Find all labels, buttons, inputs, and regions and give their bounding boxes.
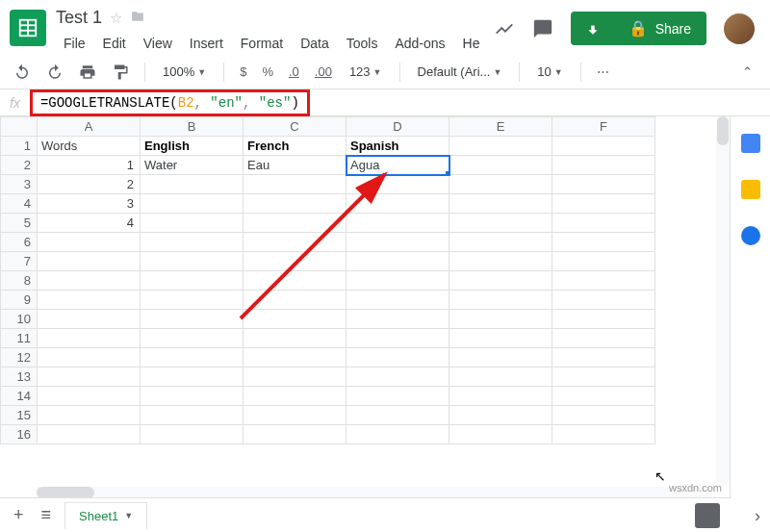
cell[interactable] bbox=[552, 194, 655, 214]
cell[interactable] bbox=[141, 252, 244, 271]
cell[interactable] bbox=[346, 194, 449, 214]
cell[interactable] bbox=[244, 194, 346, 214]
cell[interactable] bbox=[552, 406, 655, 425]
sheet-tab[interactable]: Sheet1▼ bbox=[64, 502, 147, 529]
cell[interactable] bbox=[346, 425, 449, 444]
cell[interactable] bbox=[38, 425, 141, 444]
cell[interactable] bbox=[552, 137, 655, 156]
col-header[interactable]: D bbox=[346, 117, 449, 137]
menu-file[interactable]: File bbox=[56, 32, 93, 55]
cell[interactable]: 3 bbox=[38, 194, 141, 214]
menu-help[interactable]: He bbox=[455, 32, 488, 55]
cell[interactable] bbox=[38, 406, 141, 425]
comments-icon[interactable] bbox=[532, 18, 553, 39]
cell[interactable] bbox=[38, 310, 141, 329]
menu-data[interactable]: Data bbox=[293, 32, 337, 55]
cell[interactable] bbox=[449, 137, 552, 156]
cell[interactable] bbox=[346, 291, 449, 310]
cell[interactable] bbox=[141, 291, 244, 310]
select-all-cell[interactable] bbox=[1, 117, 38, 137]
cell[interactable] bbox=[346, 175, 449, 194]
cell[interactable] bbox=[244, 425, 346, 444]
cell[interactable] bbox=[552, 271, 655, 291]
cell[interactable] bbox=[244, 252, 346, 271]
cell[interactable]: French bbox=[244, 137, 346, 156]
cell[interactable] bbox=[38, 348, 141, 367]
menu-addons[interactable]: Add-ons bbox=[387, 32, 452, 55]
more-tools-icon[interactable]: ⋯ bbox=[593, 61, 613, 83]
cell[interactable] bbox=[141, 329, 244, 348]
cell[interactable] bbox=[346, 252, 449, 271]
cell[interactable]: English bbox=[141, 137, 244, 156]
undo-icon[interactable] bbox=[10, 60, 35, 85]
cell[interactable]: Water bbox=[141, 156, 244, 175]
cell[interactable] bbox=[244, 329, 346, 348]
cell[interactable] bbox=[346, 214, 449, 233]
cell[interactable] bbox=[38, 252, 141, 271]
cell[interactable] bbox=[449, 425, 552, 444]
row-header[interactable]: 9 bbox=[1, 291, 38, 310]
col-header[interactable]: A bbox=[38, 117, 141, 137]
cell[interactable] bbox=[552, 233, 655, 252]
row-header[interactable]: 4 bbox=[1, 194, 38, 214]
calendar-icon[interactable] bbox=[741, 134, 760, 153]
row-header[interactable]: 6 bbox=[1, 233, 38, 252]
explore-button[interactable] bbox=[695, 503, 720, 528]
menu-insert[interactable]: Insert bbox=[182, 32, 231, 55]
cell[interactable] bbox=[449, 310, 552, 329]
cell[interactable] bbox=[552, 310, 655, 329]
cell[interactable] bbox=[552, 252, 655, 271]
formula-input[interactable]: =GOOGLETRANSLATE(B2, "en", "es") bbox=[30, 89, 310, 116]
increase-decimal-icon[interactable]: .00 bbox=[311, 61, 336, 83]
cell[interactable]: Words bbox=[38, 137, 141, 156]
redo-icon[interactable] bbox=[42, 60, 67, 85]
row-header[interactable]: 15 bbox=[1, 406, 38, 425]
cell[interactable] bbox=[244, 367, 346, 387]
cell[interactable] bbox=[449, 367, 552, 387]
cell[interactable] bbox=[552, 387, 655, 406]
vertical-scrollbar[interactable] bbox=[716, 116, 730, 487]
star-icon[interactable]: ☆ bbox=[110, 10, 122, 27]
cell[interactable]: 2 bbox=[38, 175, 141, 194]
cell[interactable]: Spanish bbox=[346, 137, 449, 156]
cell[interactable] bbox=[346, 271, 449, 291]
cell[interactable] bbox=[141, 348, 244, 367]
cell[interactable] bbox=[552, 156, 655, 175]
all-sheets-button[interactable]: ≡ bbox=[38, 501, 56, 529]
collapse-toolbar-icon[interactable]: ⌃ bbox=[734, 61, 760, 83]
cell[interactable] bbox=[38, 271, 141, 291]
row-header[interactable]: 3 bbox=[1, 175, 38, 194]
cell-selected[interactable]: Agua bbox=[346, 156, 449, 175]
cell[interactable]: Eau bbox=[244, 156, 346, 175]
col-header[interactable]: B bbox=[141, 117, 244, 137]
cell[interactable]: 1 bbox=[38, 156, 141, 175]
cell[interactable] bbox=[449, 387, 552, 406]
paint-format-icon[interactable] bbox=[108, 60, 133, 85]
cell[interactable] bbox=[38, 387, 141, 406]
cell[interactable] bbox=[346, 348, 449, 367]
cell[interactable] bbox=[244, 175, 346, 194]
col-header[interactable]: E bbox=[449, 117, 552, 137]
cell[interactable] bbox=[38, 291, 141, 310]
row-header[interactable]: 12 bbox=[1, 348, 38, 367]
spreadsheet-grid[interactable]: A B C D E F 1WordsEnglishFrenchSpanish 2… bbox=[0, 116, 730, 498]
account-avatar[interactable] bbox=[724, 13, 755, 44]
cell[interactable] bbox=[346, 367, 449, 387]
row-header[interactable]: 13 bbox=[1, 367, 38, 387]
cell[interactable] bbox=[141, 271, 244, 291]
cell[interactable] bbox=[552, 329, 655, 348]
row-header[interactable]: 5 bbox=[1, 214, 38, 233]
cell[interactable] bbox=[449, 175, 552, 194]
cell[interactable] bbox=[552, 214, 655, 233]
cell[interactable] bbox=[244, 387, 346, 406]
row-header[interactable]: 8 bbox=[1, 271, 38, 291]
zoom-dropdown[interactable]: 100%▼ bbox=[157, 61, 212, 83]
currency-icon[interactable]: $ bbox=[236, 61, 250, 83]
cell[interactable] bbox=[449, 214, 552, 233]
cell[interactable] bbox=[552, 425, 655, 444]
row-header[interactable]: 16 bbox=[1, 425, 38, 444]
cell[interactable] bbox=[346, 406, 449, 425]
number-format-dropdown[interactable]: 123▼ bbox=[344, 61, 388, 83]
menu-format[interactable]: Format bbox=[233, 32, 291, 55]
cell[interactable] bbox=[449, 348, 552, 367]
